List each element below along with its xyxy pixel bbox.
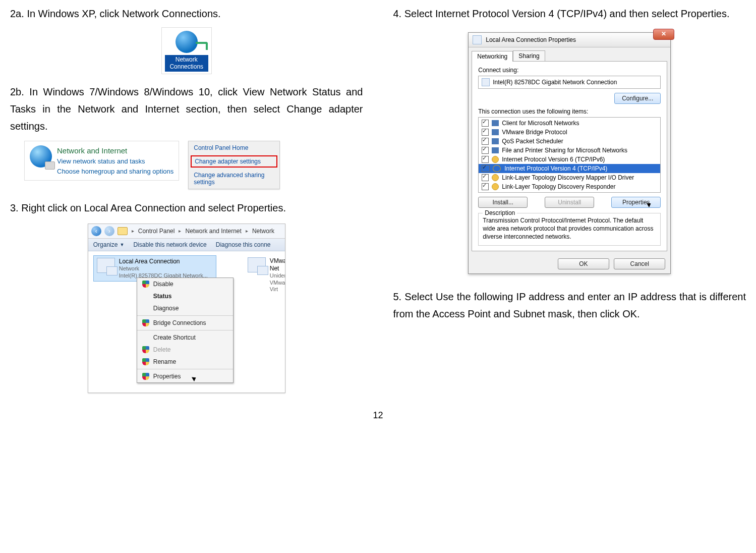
crumb-2[interactable]: Network and Internet xyxy=(185,228,241,235)
dialog-buttons: OK Cancel xyxy=(469,254,670,273)
protocol-icon xyxy=(492,156,499,163)
description-label: Description xyxy=(483,209,517,216)
step-5-num: 5. xyxy=(393,291,402,302)
items-label: This connection uses the following items… xyxy=(478,108,661,115)
close-button[interactable]: ✕ xyxy=(653,29,674,40)
networking-panel: Connect using: Intel(R) 82578DC Gigabit … xyxy=(472,61,667,251)
shield-icon xyxy=(142,358,149,365)
page: 2a. In Windows XP, click Network Connect… xyxy=(10,5,746,400)
item-client-ms[interactable]: Client for Microsoft Networks xyxy=(479,119,660,128)
folder-icon xyxy=(118,227,128,235)
checkbox-icon[interactable] xyxy=(482,156,489,163)
adapter-name: Intel(R) 82578DC Gigabit Network Connect… xyxy=(493,79,617,86)
organize-menu[interactable]: Organize ▼ xyxy=(93,241,125,248)
checkbox-icon[interactable] xyxy=(482,129,489,136)
shield-icon xyxy=(142,281,149,288)
item-lltd-responder[interactable]: Link-Layer Topology Discovery Responder xyxy=(479,182,660,191)
change-advanced-sharing-link[interactable]: Change advanced sharing settings xyxy=(189,169,279,189)
caret-icon: ▸ xyxy=(178,228,182,234)
page-number: 12 xyxy=(10,410,746,421)
checkbox-icon[interactable] xyxy=(482,183,489,190)
ctx-status[interactable]: Status xyxy=(137,290,233,302)
step-5-text: Select Use the following IP address and … xyxy=(393,291,746,319)
uninstall-button: Uninstall xyxy=(545,197,594,208)
configure-button[interactable]: Configure... xyxy=(614,93,661,104)
item-vmware-bridge[interactable]: VMware Bridge Protocol xyxy=(479,128,660,137)
crumb-3[interactable]: Network xyxy=(252,228,274,235)
ctx-disable[interactable]: Disable xyxy=(137,278,233,290)
checkbox-icon[interactable] xyxy=(482,174,489,181)
install-button[interactable]: Install... xyxy=(478,197,528,208)
items-list[interactable]: Client for Microsoft Networks VMware Bri… xyxy=(478,117,661,193)
item-ipv6[interactable]: Internet Protocol Version 6 (TCP/IPv6) xyxy=(479,155,660,164)
ni-link-1[interactable]: View network status and tasks xyxy=(57,156,173,167)
forward-button[interactable]: › xyxy=(104,226,114,236)
change-adapter-settings-link[interactable]: Change adapter settings xyxy=(191,155,277,168)
service-icon xyxy=(492,138,499,144)
figure-4-dialog: ✕ Local Area Connection Properties Netwo… xyxy=(468,32,671,274)
step-2a-num: 2a. xyxy=(10,8,24,19)
vm-name: VMware Net xyxy=(270,257,285,272)
ni-title: Network and Internet xyxy=(57,145,173,157)
window-body: Local Area Connection Network Intel(R) 8… xyxy=(88,251,285,393)
step-4: 4. Select Internet Protocol Version 4 (T… xyxy=(393,5,746,22)
connection-icon xyxy=(248,257,266,272)
checkbox-icon[interactable] xyxy=(482,147,489,154)
ctx-delete: Delete xyxy=(137,344,233,356)
shield-icon xyxy=(142,346,149,353)
step-2b-num: 2b. xyxy=(10,86,24,97)
vm-net: Unidentified xyxy=(270,272,285,280)
tabs: Networking Sharing xyxy=(469,47,670,61)
checkbox-icon[interactable] xyxy=(482,165,490,172)
description-text: Transmission Control Protocol/Internet P… xyxy=(483,216,656,241)
service-icon xyxy=(492,120,499,126)
ctx-rename[interactable]: Rename xyxy=(137,356,233,368)
ctx-properties[interactable]: Properties xyxy=(137,370,233,382)
protocol-icon xyxy=(493,165,501,172)
tab-sharing[interactable]: Sharing xyxy=(513,50,545,61)
nic-icon xyxy=(473,35,482,44)
connect-using-label: Connect using: xyxy=(478,67,661,74)
crumb-1[interactable]: Control Panel xyxy=(138,228,175,235)
properties-button[interactable]: Properties xyxy=(611,197,661,208)
cancel-button[interactable]: Cancel xyxy=(614,258,665,269)
back-button[interactable]: ‹ xyxy=(91,226,101,236)
caret-icon: ▸ xyxy=(245,228,249,234)
step-3-num: 3. xyxy=(10,202,19,213)
shield-icon xyxy=(142,319,149,326)
description-group: Description Transmission Control Protoco… xyxy=(478,213,661,246)
step-3: 3. Right click on Local Area Connection … xyxy=(10,199,363,216)
figure-3-window: ‹ › ▸ Control Panel ▸ Network and Intern… xyxy=(88,224,285,393)
globe-monitor-icon xyxy=(30,145,52,168)
left-column: 2a. In Windows XP, click Network Connect… xyxy=(10,5,363,400)
ctx-bridge[interactable]: Bridge Connections xyxy=(137,317,233,329)
disable-device-button[interactable]: Disable this network device xyxy=(133,241,206,248)
xp-icon-label: Network Connections xyxy=(165,55,208,72)
item-lltd-mapper[interactable]: Link-Layer Topology Discovery Mapper I/O… xyxy=(479,173,660,182)
ctx-diagnose[interactable]: Diagnose xyxy=(137,302,233,314)
dialog-titlebar: Local Area Connection Properties xyxy=(469,33,670,47)
item-ipv4-selected[interactable]: Internet Protocol Version 4 (TCP/IPv4) xyxy=(479,164,660,173)
lac-net: Network xyxy=(119,265,208,272)
lac-name: Local Area Connection xyxy=(119,258,208,265)
item-file-printer[interactable]: File and Printer Sharing for Microsoft N… xyxy=(479,146,660,155)
ni-text: Network and Internet View network status… xyxy=(57,145,173,177)
nic-icon xyxy=(482,78,490,86)
globe-icon xyxy=(176,31,198,53)
diagnose-button[interactable]: Diagnose this conne xyxy=(216,241,271,248)
network-internet-panel: Network and Internet View network status… xyxy=(24,141,179,181)
vmware-connection[interactable]: VMware Net Unidentified VMware Virt xyxy=(245,255,285,295)
toolbar: Organize ▼ Disable this network device D… xyxy=(88,239,285,251)
item-buttons: Install... Uninstall Properties xyxy=(478,197,661,208)
tab-networking[interactable]: Networking xyxy=(472,51,513,62)
figure-1: Network Connections xyxy=(10,27,363,74)
ni-link-2[interactable]: Choose homegroup and sharing options xyxy=(57,167,173,177)
service-icon xyxy=(492,129,499,135)
checkbox-icon[interactable] xyxy=(482,120,489,127)
ctx-create-shortcut[interactable]: Create Shortcut xyxy=(137,331,233,344)
ok-button[interactable]: OK xyxy=(558,258,609,269)
control-panel-home-panel: Control Panel Home Change adapter settin… xyxy=(188,141,280,189)
item-qos[interactable]: QoS Packet Scheduler xyxy=(479,137,660,146)
protocol-icon xyxy=(492,183,499,190)
checkbox-icon[interactable] xyxy=(482,138,489,145)
